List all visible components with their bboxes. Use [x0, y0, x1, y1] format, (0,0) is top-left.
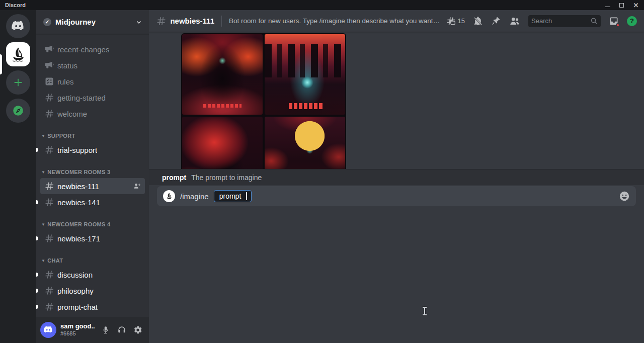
slash-command-helper: prompt The prompt to imagine: [149, 169, 644, 185]
command-option-description: The prompt to imagine: [191, 174, 262, 182]
bell-muted-icon: [473, 16, 483, 26]
main-area: newbies-111 Bot room for new users. Type…: [149, 10, 644, 343]
channel-newbies-171[interactable]: newbies-171: [40, 230, 145, 246]
user-panel: sam good... #6685: [36, 317, 149, 343]
hash-icon: [44, 181, 54, 191]
compass-icon: [12, 104, 25, 117]
hash-icon: [44, 270, 54, 280]
help-button[interactable]: ?: [627, 16, 637, 26]
channel-discussion[interactable]: discussion: [40, 267, 145, 283]
inbox-button[interactable]: [609, 16, 619, 26]
discord-logo-icon: [43, 326, 53, 334]
divider: [221, 16, 222, 27]
command-option-name: prompt: [162, 174, 186, 182]
mute-microphone-button[interactable]: [99, 323, 113, 337]
server-name: Midjourney: [55, 18, 96, 26]
plus-icon: [13, 77, 24, 88]
category-newcomer-rooms-3[interactable]: ▼ NEWCOMER ROOMS 3: [40, 166, 145, 178]
server-header[interactable]: ✓ Midjourney: [36, 10, 149, 34]
discord-logo-icon: [11, 21, 25, 32]
channel-header: newbies-111 Bot room for new users. Type…: [149, 10, 644, 32]
notification-settings-button[interactable]: [473, 16, 483, 26]
generated-image-3[interactable]: [182, 117, 263, 169]
explore-servers-button[interactable]: [6, 99, 30, 123]
hash-icon: [44, 197, 54, 207]
user-settings-button[interactable]: [131, 323, 145, 337]
generated-image-1[interactable]: [182, 34, 263, 115]
create-invite-icon[interactable]: [133, 182, 141, 190]
server-icon-midjourney[interactable]: [6, 42, 30, 66]
home-button[interactable]: [6, 14, 30, 38]
pinned-messages-button[interactable]: [491, 16, 501, 26]
channel-newbies-141[interactable]: newbies-141: [40, 194, 145, 210]
active-server-pill: [0, 54, 2, 74]
members-icon: [509, 16, 520, 27]
threads-button[interactable]: 15: [446, 16, 465, 26]
emoji-icon: [619, 191, 630, 202]
channel-recent-changes[interactable]: recent-changes: [40, 41, 145, 57]
chevron-down-icon: ▼: [41, 259, 45, 263]
channel-status[interactable]: status: [40, 57, 145, 73]
channel-sidebar: ✓ Midjourney recent-changes status rules…: [36, 10, 149, 343]
command-bot-avatar: [163, 190, 175, 202]
hash-icon: [44, 93, 54, 103]
deafen-button[interactable]: [115, 323, 129, 337]
category-chat[interactable]: ▼ CHAT: [40, 254, 145, 267]
hash-icon: [44, 286, 54, 296]
verified-badge-icon: ✓: [43, 18, 51, 26]
channel-topic[interactable]: Bot room for new users. Type /imagine th…: [229, 17, 442, 25]
channel-prompt-chat[interactable]: prompt-chat: [40, 299, 145, 315]
prompt-option-field[interactable]: prompt: [214, 190, 252, 202]
user-avatar[interactable]: [40, 322, 56, 338]
hash-icon: [44, 302, 54, 312]
midjourney-image-grid[interactable]: [181, 33, 346, 169]
microphone-icon: [101, 325, 110, 334]
channel-list: recent-changes status rules getting-star…: [36, 34, 149, 343]
search-input[interactable]: Search: [528, 15, 601, 27]
inbox-badge: [616, 23, 620, 27]
pin-icon: [491, 16, 501, 26]
category-newcomer-rooms-4[interactable]: ▼ NEWCOMER ROOMS 4: [40, 218, 145, 230]
chevron-down-icon: ▼: [41, 222, 45, 227]
generated-image-2[interactable]: [265, 34, 345, 115]
megaphone-icon: [44, 44, 54, 54]
category-support[interactable]: ▼ SUPPORT: [40, 130, 145, 142]
window-maximize-button[interactable]: [619, 3, 624, 8]
text-caret: [246, 192, 247, 200]
midjourney-sailboat-icon: [10, 46, 27, 63]
channel-rules[interactable]: rules: [40, 73, 145, 90]
message-composer[interactable]: /imagine prompt: [157, 186, 636, 206]
chevron-down-icon: ▼: [41, 170, 45, 175]
add-server-button[interactable]: [6, 70, 30, 95]
window-close-button[interactable]: ✕: [633, 2, 639, 8]
hash-icon: [44, 109, 54, 119]
channel-philosophy[interactable]: philosophy: [40, 283, 145, 299]
hash-icon: [44, 145, 54, 155]
midjourney-sailboat-icon: [165, 192, 173, 200]
search-icon: [590, 17, 598, 25]
chevron-down-icon: ▼: [41, 134, 45, 138]
channel-getting-started[interactable]: getting-started: [40, 90, 145, 106]
active-command-label: /imagine: [180, 192, 209, 201]
username: sam good...: [60, 323, 95, 330]
threads-count: 15: [458, 17, 465, 25]
window-title: Discord: [5, 2, 26, 8]
generated-image-4[interactable]: [265, 117, 345, 169]
user-info[interactable]: sam good... #6685: [60, 323, 95, 337]
channel-name: newbies-111: [170, 17, 214, 25]
channel-newbies-111[interactable]: newbies-111: [40, 178, 145, 194]
help-icon: ?: [627, 16, 637, 26]
member-list-button[interactable]: [509, 16, 520, 27]
emoji-picker-button[interactable]: [619, 191, 630, 202]
message-list[interactable]: U1 U2 U3 U4 V1 V2 V3 V4: [149, 32, 644, 169]
channel-welcome[interactable]: welcome: [40, 106, 145, 122]
channel-trial-support[interactable]: trial-support: [40, 142, 145, 158]
hash-icon: [44, 233, 54, 243]
window-minimize-button[interactable]: [605, 4, 610, 7]
user-discriminator: #6685: [60, 330, 95, 337]
composer-bottom-spacer: [149, 206, 644, 343]
server-rail: [0, 10, 36, 343]
hash-icon: [156, 16, 166, 27]
gear-icon: [133, 325, 142, 334]
window-titlebar: Discord ✕: [0, 0, 644, 10]
